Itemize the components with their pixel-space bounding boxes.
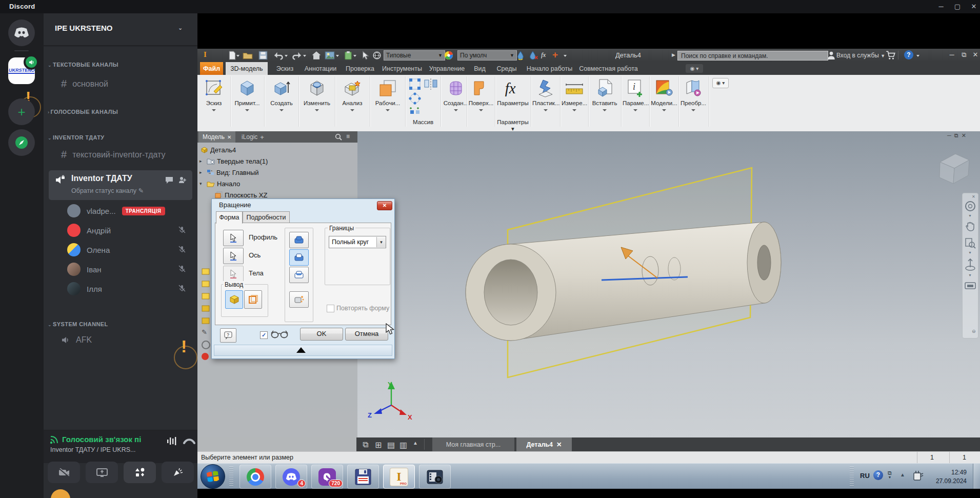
rect-pattern-icon[interactable] xyxy=(409,78,421,90)
show-desktop-button[interactable] xyxy=(973,464,980,489)
ribbon-button-create[interactable]: Создать xyxy=(267,76,296,119)
taskbar-viber[interactable]: 720 xyxy=(311,465,343,489)
close-icon[interactable]: ✕ xyxy=(962,132,966,138)
boolean-join-button[interactable] xyxy=(289,232,309,248)
channel-main[interactable]: # основной xyxy=(61,78,108,90)
chevron-down-icon[interactable] xyxy=(916,55,919,57)
tray-window-icon[interactable]: ⧉▼ xyxy=(888,470,892,479)
tab-sketch[interactable]: Эскиз xyxy=(272,62,298,75)
collapse-icon[interactable]: ▾ xyxy=(199,181,205,186)
ribbon-button-insert[interactable]: Вставить xyxy=(590,76,619,119)
tab-file[interactable]: Файл xyxy=(200,62,223,75)
tab-annotations[interactable]: Аннотации xyxy=(302,62,339,75)
ribbon-button-iproperties[interactable]: i Параме... xyxy=(623,76,648,119)
voice-channel-inventor[interactable]: Inventor ТДАТУ Обрати статус каналу ✎ xyxy=(49,170,192,200)
tile-windows-icon[interactable]: ⊞ xyxy=(375,440,382,450)
sketch-pattern-icon[interactable] xyxy=(409,106,421,118)
section-inventor[interactable]: ⌄ INVENTOR ТДАТУ xyxy=(48,132,105,142)
taskbar-inventor[interactable]: I PRO xyxy=(383,465,415,489)
tab-get-started[interactable]: Начало работы xyxy=(525,62,574,75)
view-cube[interactable] xyxy=(939,154,969,184)
color-wheel-icon[interactable] xyxy=(444,51,454,60)
section-text-channels[interactable]: ⌄ ТЕКСТОВЫЕ КАНАЛЫ xyxy=(48,59,118,69)
clear-droplet-icon[interactable] xyxy=(529,51,539,60)
tab-ilogic[interactable]: iLogic+ xyxy=(237,131,268,143)
preview-checkbox[interactable]: ✓ xyxy=(260,331,268,339)
add-tab-icon[interactable]: + xyxy=(260,133,264,141)
voice-user-illia[interactable]: Ілля xyxy=(67,282,102,295)
circular-pattern-icon[interactable] xyxy=(409,92,421,105)
voice-channel-status-hint[interactable]: Обрати статус каналу ✎ xyxy=(71,187,144,194)
invite-person-plus-icon[interactable] xyxy=(178,175,187,185)
ribbon-button-freeform[interactable]: Создан... xyxy=(443,76,469,119)
ribbon-button-parameters[interactable]: fx Параметры xyxy=(497,76,529,119)
ribbon-group-array-label[interactable]: Массив xyxy=(408,119,438,125)
pan-hand-icon[interactable] xyxy=(965,221,976,232)
start-button[interactable] xyxy=(201,464,225,489)
new-solid-button[interactable] xyxy=(289,291,309,308)
tree-item-view-main[interactable]: ▸ Вид: Главный xyxy=(199,167,259,177)
tree-item-origin[interactable]: ▾ Начало xyxy=(199,178,240,189)
close-icon[interactable]: ✕ xyxy=(971,50,980,59)
ribbon-button-surface[interactable]: Поверх... xyxy=(468,76,494,119)
explore-servers-button[interactable] xyxy=(8,129,35,156)
tab-3d-model[interactable]: 3D-модель xyxy=(226,62,268,75)
restore-icon[interactable]: ⧉ xyxy=(959,50,969,59)
tab-view[interactable]: Вид xyxy=(471,62,489,75)
cart-icon[interactable] xyxy=(886,51,896,60)
server-header[interactable]: IPE UKRSTENO ⌄ xyxy=(44,13,197,46)
match-shape-checkbox[interactable] xyxy=(327,305,334,312)
close-icon[interactable]: ✕ xyxy=(969,2,978,11)
redo-icon[interactable] xyxy=(292,51,302,60)
discord-home-button[interactable] xyxy=(8,19,35,46)
show-hidden-icons[interactable]: ▲ xyxy=(900,472,905,477)
close-icon[interactable]: ✕ xyxy=(972,194,975,199)
ribbon-button-work-features[interactable]: Рабочи... xyxy=(372,76,403,119)
style-dropdown[interactable]: Типовые▼ xyxy=(384,50,445,61)
screen-share-button[interactable] xyxy=(86,462,118,483)
paste-icon[interactable] xyxy=(343,51,353,60)
dialog-tab-shape[interactable]: Форма xyxy=(216,211,243,224)
tab-model[interactable]: Модель✕ xyxy=(198,131,235,143)
dialog-tab-details[interactable]: Подробности xyxy=(243,211,290,223)
bounds-dropdown[interactable]: Полный круг ▼ xyxy=(329,236,386,248)
tab-collaborate[interactable]: Совместная работа xyxy=(578,62,638,75)
restore-icon[interactable]: ⧉ xyxy=(954,132,958,138)
ribbon-display-options-button[interactable]: ◉ ▾ xyxy=(686,64,703,73)
voice-user-olena[interactable]: Олена xyxy=(67,243,110,256)
voice-connection-status[interactable]: Голосовий зв'язок пі xyxy=(62,435,141,444)
chevron-down-icon[interactable] xyxy=(303,55,306,57)
chevron-down-icon[interactable]: ▼ xyxy=(968,251,972,254)
boolean-intersect-button[interactable] xyxy=(289,267,309,283)
expand-icon[interactable]: ▸ xyxy=(199,158,205,164)
boolean-cut-button[interactable] xyxy=(289,249,309,266)
doc-tab-part[interactable]: Деталь4✕ xyxy=(516,437,572,451)
tab-tools[interactable]: Инструменты xyxy=(381,62,423,75)
material-dropdown[interactable]: По умолч▼ xyxy=(457,50,517,61)
section-system-channel[interactable]: ⌄ SYSTEM CHANNEL xyxy=(48,319,108,328)
ok-button[interactable]: OK xyxy=(300,328,343,341)
navigation-wheel-icon[interactable] xyxy=(965,201,976,212)
menu-hamburger-icon[interactable]: ≡ xyxy=(346,133,350,140)
camera-button[interactable] xyxy=(48,462,80,483)
tab-manage[interactable]: Управление xyxy=(427,62,467,75)
sign-in-button[interactable]: Вход в службы ▼ xyxy=(836,52,885,59)
cancel-button[interactable]: Отмена xyxy=(345,328,388,341)
home-icon[interactable] xyxy=(311,51,322,60)
render-icon[interactable] xyxy=(325,51,335,60)
profile-select-button[interactable] xyxy=(223,230,244,246)
avatar[interactable] xyxy=(51,489,70,498)
open-folder-icon[interactable] xyxy=(243,51,253,60)
gear-globe-icon[interactable] xyxy=(372,51,382,60)
solids-select-button[interactable] xyxy=(223,266,244,282)
adjust-droplet-icon[interactable] xyxy=(515,51,526,60)
doc-tab-home[interactable]: Моя главная стр... xyxy=(432,437,514,451)
ribbon-button-measure[interactable]: Измере... xyxy=(562,76,587,119)
minimize-icon[interactable]: ─ xyxy=(947,50,956,59)
close-icon[interactable]: ✕ xyxy=(556,441,562,448)
disconnect-phone-icon[interactable] xyxy=(183,437,195,445)
activities-button[interactable] xyxy=(124,462,156,483)
ribbon-button-plastic[interactable]: Пластик... xyxy=(532,76,559,119)
viewport[interactable]: Y Z X ─⧉✕ ✕ ▼ ▼ ▼ ⊖ xyxy=(197,131,980,437)
channel-text-inventor[interactable]: # текстовий-inventor-тдату xyxy=(61,149,166,161)
